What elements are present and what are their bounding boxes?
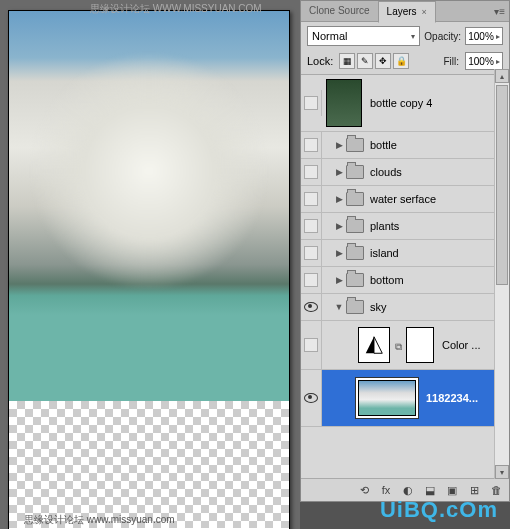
transparent-area (9, 401, 289, 528)
blend-mode-select[interactable]: Normal ▾ (307, 26, 420, 46)
layer-name: sky (370, 301, 505, 313)
layer-name: bottle (370, 139, 505, 151)
visibility-toggle[interactable] (304, 338, 318, 352)
watermark-top: 思缘设计论坛 WWW.MISSYUAN.COM (90, 2, 262, 16)
panel-tabs: Clone Source Layers × ▾≡ (301, 1, 509, 22)
lock-row: Lock: ▦ ✎ ✥ 🔒 Fill: 100% ▸ (301, 50, 509, 75)
scroll-down-icon[interactable]: ▾ (495, 465, 509, 479)
layer-name: island (370, 247, 505, 259)
lock-transparent-icon[interactable]: ▦ (339, 53, 355, 69)
folder-icon (346, 273, 364, 287)
lock-position-icon[interactable]: ✥ (375, 53, 391, 69)
disclosure-icon[interactable]: ▶ (334, 140, 344, 150)
disclosure-icon[interactable]: ▶ (334, 248, 344, 258)
document-window[interactable] (8, 10, 290, 529)
canvas-image (9, 11, 289, 401)
tab-close-icon[interactable]: × (421, 7, 426, 17)
chevron-down-icon: ▾ (411, 32, 415, 41)
scrollbar[interactable]: ▴ ▾ (494, 69, 509, 479)
layers-list: bottle copy 4 ▶ bottle ▶ clouds ▶ water … (301, 75, 509, 478)
tab-clone-source[interactable]: Clone Source (301, 1, 378, 21)
layer-group-plants[interactable]: ▶ plants (301, 213, 509, 240)
folder-icon (346, 219, 364, 233)
layer-name: plants (370, 220, 505, 232)
disclosure-icon[interactable]: ▶ (334, 194, 344, 204)
eye-icon[interactable] (304, 302, 318, 312)
visibility-toggle[interactable] (304, 246, 318, 260)
folder-icon (346, 138, 364, 152)
disclosure-icon[interactable]: ▶ (334, 167, 344, 177)
scroll-up-icon[interactable]: ▴ (495, 69, 509, 83)
workspace (0, 0, 300, 529)
tab-layers[interactable]: Layers × (378, 1, 436, 23)
visibility-toggle[interactable] (304, 192, 318, 206)
layer-group-island[interactable]: ▶ island (301, 240, 509, 267)
tab-layers-label: Layers (387, 6, 417, 17)
opacity-input[interactable]: 100% ▸ (465, 27, 503, 45)
folder-icon (346, 300, 364, 314)
scroll-thumb[interactable] (496, 85, 508, 285)
new-layer-icon[interactable]: ⊞ (467, 483, 481, 497)
layer-name: water serface (370, 193, 505, 205)
adjustment-icon[interactable]: ⬓ (423, 483, 437, 497)
blend-row: Normal ▾ Opacity: 100% ▸ (301, 22, 509, 50)
fill-label: Fill: (443, 56, 459, 67)
visibility-toggle[interactable] (304, 138, 318, 152)
mask-thumbnail[interactable] (406, 327, 434, 363)
trash-icon[interactable]: 🗑 (489, 483, 503, 497)
disclosure-icon[interactable]: ▼ (334, 302, 344, 312)
disclosure-icon[interactable]: ▶ (334, 221, 344, 231)
blend-mode-value: Normal (312, 30, 347, 42)
layer-thumbnail[interactable] (326, 79, 362, 127)
eye-icon[interactable] (304, 393, 318, 403)
svg-marker-1 (374, 337, 382, 354)
group-icon[interactable]: ▣ (445, 483, 459, 497)
folder-icon (346, 165, 364, 179)
layer-group-sky[interactable]: ▼ sky (301, 294, 509, 321)
layer-color-adjustment[interactable]: ⧉ Color ... (301, 321, 509, 370)
folder-icon (346, 192, 364, 206)
fill-input[interactable]: 100% ▸ (465, 52, 503, 70)
layer-thumbnail[interactable] (358, 380, 416, 416)
mask-icon[interactable]: ◐ (401, 483, 415, 497)
fill-arrow-icon: ▸ (496, 57, 500, 66)
adjustment-thumbnail[interactable] (358, 327, 390, 363)
layer-group-clouds[interactable]: ▶ clouds (301, 159, 509, 186)
disclosure-icon[interactable]: ▶ (334, 275, 344, 285)
link-icon: ⧉ (395, 341, 403, 349)
lock-label: Lock: (307, 55, 333, 67)
layers-panel: Clone Source Layers × ▾≡ Normal ▾ Opacit… (300, 0, 510, 502)
lock-all-icon[interactable]: 🔒 (393, 53, 409, 69)
visibility-toggle[interactable] (304, 219, 318, 233)
layer-group-water-serface[interactable]: ▶ water serface (301, 186, 509, 213)
layer-bottle-copy-4[interactable]: bottle copy 4 (301, 75, 509, 132)
panel-menu-icon[interactable]: ▾≡ (494, 6, 505, 17)
opacity-arrow-icon: ▸ (496, 32, 500, 41)
visibility-toggle[interactable] (304, 96, 318, 110)
opacity-value: 100% (468, 31, 494, 42)
fx-icon[interactable]: fx (379, 483, 393, 497)
layer-name: clouds (370, 166, 505, 178)
lock-image-icon[interactable]: ✎ (357, 53, 373, 69)
visibility-toggle[interactable] (304, 165, 318, 179)
visibility-toggle[interactable] (304, 273, 318, 287)
layer-sky-image[interactable]: 1182234... (301, 370, 509, 427)
link-layers-icon[interactable]: ⟲ (357, 483, 371, 497)
watermark-bottom-right: UiBQ.cOm (380, 497, 498, 523)
layer-group-bottle[interactable]: ▶ bottle (301, 132, 509, 159)
watermark-bottom-left: 思缘设计论坛 www.missyuan.com (24, 513, 175, 527)
fill-value: 100% (468, 56, 494, 67)
layer-name: bottom (370, 274, 505, 286)
opacity-label: Opacity: (424, 31, 461, 42)
layer-group-bottom[interactable]: ▶ bottom (301, 267, 509, 294)
layer-name: bottle copy 4 (370, 97, 505, 109)
folder-icon (346, 246, 364, 260)
